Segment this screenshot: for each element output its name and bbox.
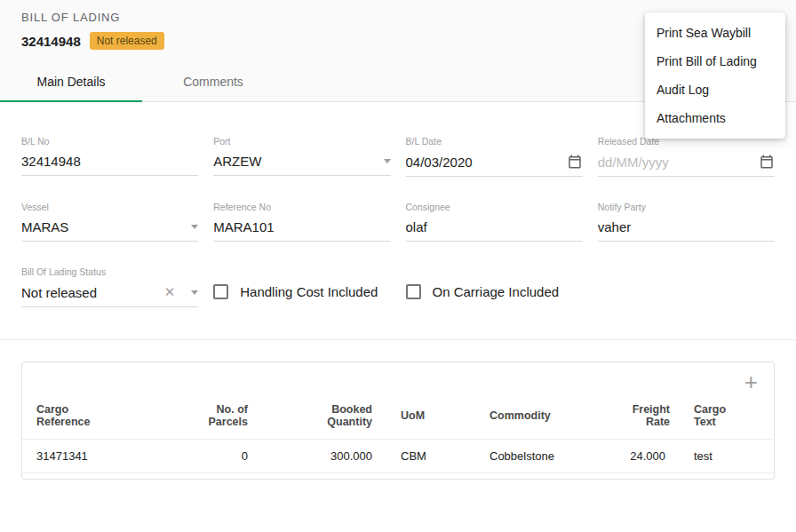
field-reference-no: Reference No MARA101 [213, 202, 390, 242]
port-select[interactable]: ARZEW [213, 154, 390, 176]
actions-dropdown-menu: Print Sea Waybill Print Bill of Lading A… [645, 12, 785, 139]
chevron-down-icon [191, 290, 198, 295]
form-grid: B/L No 32414948 Port ARZEW B/L Date 04/0… [21, 136, 775, 307]
cargo-table: Cargo Reference No. of Parcels Booked Qu… [22, 396, 774, 473]
chevron-down-icon [191, 225, 198, 229]
menu-item-attachments[interactable]: Attachments [645, 104, 785, 132]
on-carriage-label: On Carriage Included [433, 284, 560, 299]
bl-no-value: 32414948 [21, 154, 198, 169]
cargo-table-card: + Cargo Reference No. of Parcels Booked … [21, 361, 775, 480]
vessel-label: Vessel [21, 202, 198, 212]
tab-comments-label: Comments [183, 75, 243, 89]
cargo-table-toolbar: + [22, 362, 774, 391]
consignee-value: olaf [406, 219, 583, 234]
menu-item-print-bill-of-lading[interactable]: Print Bill of Lading [645, 47, 785, 75]
notify-party-input[interactable]: vaher [598, 219, 775, 242]
cargo-table-header-row: Cargo Reference No. of Parcels Booked Qu… [22, 396, 774, 440]
table-row[interactable]: 31471341 0 300.000 CBM Cobbelstone 24.00… [22, 440, 774, 473]
tab-main-details-label: Main Details [36, 75, 105, 89]
calendar-icon[interactable] [567, 154, 583, 170]
consignee-label: Consignee [406, 202, 583, 212]
handling-cost-label: Handling Cost Included [240, 284, 378, 299]
handling-cost-checkbox[interactable]: Handling Cost Included [213, 284, 390, 299]
spacer [598, 266, 775, 307]
vessel-value: MARAS [21, 219, 184, 234]
chevron-down-icon [384, 159, 391, 163]
cell-booked-quantity: 300.000 [262, 440, 386, 473]
cell-cargo-reference: 31471341 [22, 440, 173, 473]
bl-no-label: B/L No [21, 136, 198, 147]
bl-status-value: Not released [21, 285, 161, 300]
vessel-select[interactable]: MARAS [21, 219, 198, 242]
col-header-uom: UoM [386, 396, 475, 440]
tab-main-details[interactable]: Main Details [0, 64, 142, 102]
consignee-input[interactable]: olaf [406, 219, 583, 242]
bl-date-label: B/L Date [406, 136, 583, 147]
field-vessel: Vessel MARAS [21, 202, 198, 242]
col-header-booked-quantity: Booked Quantity [262, 396, 386, 440]
notify-party-label: Notify Party [598, 202, 775, 212]
released-date-placeholder: dd/MM/yyyy [598, 155, 753, 170]
cell-no-of-parcels: 0 [173, 440, 262, 473]
cell-cargo-text: test [680, 440, 774, 473]
menu-item-print-sea-waybill[interactable]: Print Sea Waybill [645, 19, 785, 47]
bl-status-select[interactable]: Not released ✕ [21, 284, 198, 307]
col-header-freight-rate: Freight Rate [613, 396, 680, 440]
col-header-no-of-parcels: No. of Parcels [173, 396, 262, 440]
reference-no-input[interactable]: MARA101 [213, 219, 390, 242]
field-port: Port ARZEW [213, 136, 390, 177]
checkbox-box [213, 284, 228, 299]
field-released-date: Released Date dd/MM/yyyy [598, 136, 775, 177]
menu-item-audit-log[interactable]: Audit Log [645, 75, 785, 104]
bl-date-input[interactable]: 04/03/2020 [406, 154, 583, 177]
bl-date-value: 04/03/2020 [406, 155, 561, 170]
status-badge: Not released [90, 32, 164, 50]
cell-commodity: Cobbelstone [475, 440, 613, 473]
add-cargo-button[interactable]: + [744, 373, 758, 391]
col-header-cargo-reference: Cargo Reference [22, 396, 173, 440]
cell-uom: CBM [386, 440, 475, 473]
section-divider [0, 339, 796, 340]
tab-comments[interactable]: Comments [142, 64, 284, 101]
field-bl-no: B/L No 32414948 [21, 136, 198, 177]
clear-icon[interactable]: ✕ [164, 284, 176, 300]
col-header-commodity: Commodity [475, 396, 613, 440]
calendar-icon[interactable] [759, 154, 775, 170]
reference-no-value: MARA101 [213, 219, 390, 234]
checkbox-box [406, 284, 421, 299]
reference-no-label: Reference No [213, 202, 390, 212]
field-bl-date: B/L Date 04/03/2020 [406, 136, 583, 177]
released-date-input[interactable]: dd/MM/yyyy [598, 154, 775, 177]
bl-number: 32414948 [21, 34, 81, 49]
cell-freight-rate: 24.000 [613, 440, 680, 473]
col-header-cargo-text: Cargo Text [680, 396, 774, 440]
field-notify-party: Notify Party vaher [598, 202, 775, 242]
field-consignee: Consignee olaf [406, 202, 583, 242]
on-carriage-checkbox[interactable]: On Carriage Included [406, 284, 583, 299]
bl-no-input[interactable]: 32414948 [21, 154, 198, 176]
bl-status-label: Bill Of Lading Status [21, 266, 198, 277]
field-bl-status: Bill Of Lading Status Not released ✕ [21, 266, 198, 307]
port-label: Port [213, 136, 390, 147]
notify-party-value: vaher [598, 219, 775, 234]
port-value: ARZEW [213, 154, 376, 169]
